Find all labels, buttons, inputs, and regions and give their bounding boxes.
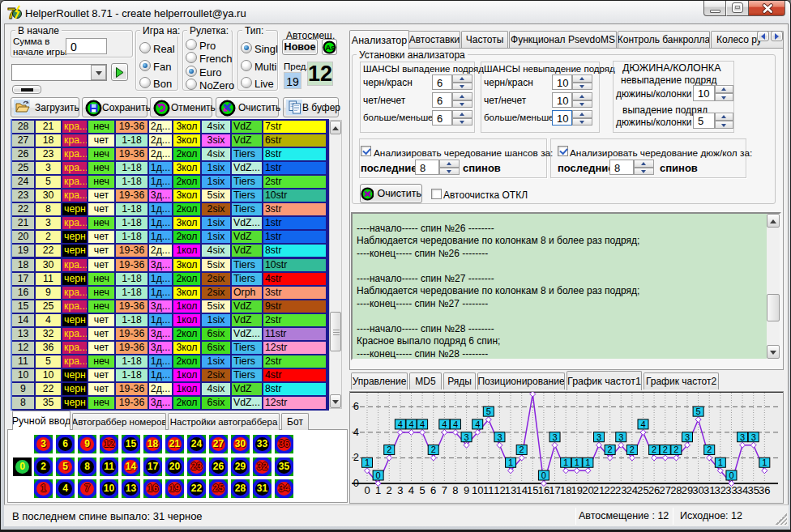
svg-text:0: 0 (729, 470, 733, 480)
svg-text:3: 3 (596, 432, 601, 442)
svg-text:22: 22 (604, 484, 615, 496)
svg-text:As: As (326, 43, 336, 52)
svg-text:7: 7 (442, 484, 447, 496)
svg-text:0: 0 (364, 484, 370, 496)
svg-text:20: 20 (582, 484, 593, 496)
svg-text:2: 2 (353, 451, 359, 463)
svg-text:2: 2 (431, 445, 436, 454)
svg-text:19: 19 (571, 484, 583, 496)
svg-text:4: 4 (353, 426, 359, 438)
svg-text:1: 1 (585, 458, 590, 467)
svg-text:4: 4 (408, 419, 413, 429)
svg-text:12: 12 (494, 484, 505, 496)
svg-text:2: 2 (608, 445, 613, 454)
svg-text:17: 17 (549, 484, 560, 496)
svg-text:5: 5 (419, 484, 425, 496)
svg-text:15: 15 (527, 484, 538, 496)
svg-text:35: 35 (747, 484, 759, 496)
svg-text:16: 16 (538, 484, 549, 496)
svg-text:5: 5 (696, 406, 701, 416)
svg-text:2: 2 (387, 445, 391, 454)
svg-text:1: 1 (762, 458, 767, 467)
svg-text:9: 9 (464, 484, 469, 496)
svg-text:31: 31 (703, 484, 715, 496)
svg-text:2: 2 (387, 484, 392, 496)
svg-text:4: 4 (453, 419, 458, 429)
svg-text:25: 25 (637, 484, 648, 496)
svg-text:11: 11 (483, 484, 494, 496)
svg-text:6: 6 (430, 484, 436, 496)
svg-text:1: 1 (508, 458, 513, 467)
svg-text:3: 3 (685, 432, 690, 442)
svg-text:2: 2 (707, 445, 712, 454)
svg-text:13: 13 (505, 484, 516, 496)
svg-text:34: 34 (737, 484, 748, 496)
svg-text:4: 4 (408, 484, 414, 496)
svg-text:1: 1 (365, 458, 370, 467)
svg-text:3: 3 (751, 432, 756, 442)
svg-text:24: 24 (626, 484, 638, 496)
svg-text:14: 14 (515, 484, 527, 496)
svg-text:3: 3 (618, 432, 623, 442)
svg-text:5: 5 (486, 406, 491, 416)
svg-text:2: 2 (663, 445, 668, 454)
svg-text:1: 1 (563, 458, 568, 467)
svg-text:3: 3 (464, 432, 469, 442)
svg-text:3: 3 (397, 484, 403, 496)
svg-text:26: 26 (648, 484, 660, 496)
svg-text:30: 30 (692, 484, 703, 496)
svg-text:3: 3 (552, 432, 557, 442)
svg-text:2: 2 (652, 445, 656, 454)
svg-text:23: 23 (615, 484, 626, 496)
svg-text:0: 0 (353, 477, 359, 489)
svg-text:8: 8 (452, 484, 458, 496)
svg-text:10: 10 (472, 484, 483, 496)
svg-text:0: 0 (376, 470, 381, 480)
svg-text:27: 27 (660, 484, 671, 496)
svg-text:4: 4 (442, 419, 447, 429)
svg-text:29: 29 (682, 484, 693, 496)
svg-text:1: 1 (718, 458, 723, 467)
svg-text:1: 1 (375, 484, 381, 496)
svg-text:4: 4 (475, 419, 480, 429)
svg-text:4: 4 (640, 419, 645, 429)
svg-text:0: 0 (541, 470, 546, 480)
svg-text:2: 2 (519, 445, 524, 454)
svg-text:4: 4 (420, 419, 425, 429)
svg-text:33: 33 (725, 484, 737, 496)
svg-text:3: 3 (497, 432, 502, 442)
svg-text:2: 2 (673, 445, 678, 454)
svg-text:21: 21 (593, 484, 605, 496)
svg-text:36: 36 (759, 484, 770, 496)
svg-text:2: 2 (630, 445, 635, 454)
svg-text:28: 28 (670, 484, 682, 496)
svg-text:4: 4 (398, 419, 403, 429)
svg-text:32: 32 (715, 484, 726, 496)
svg-text:6: 6 (353, 400, 359, 412)
svg-text:3: 3 (740, 432, 745, 442)
svg-text:18: 18 (560, 484, 571, 496)
svg-text:1: 1 (575, 458, 579, 467)
